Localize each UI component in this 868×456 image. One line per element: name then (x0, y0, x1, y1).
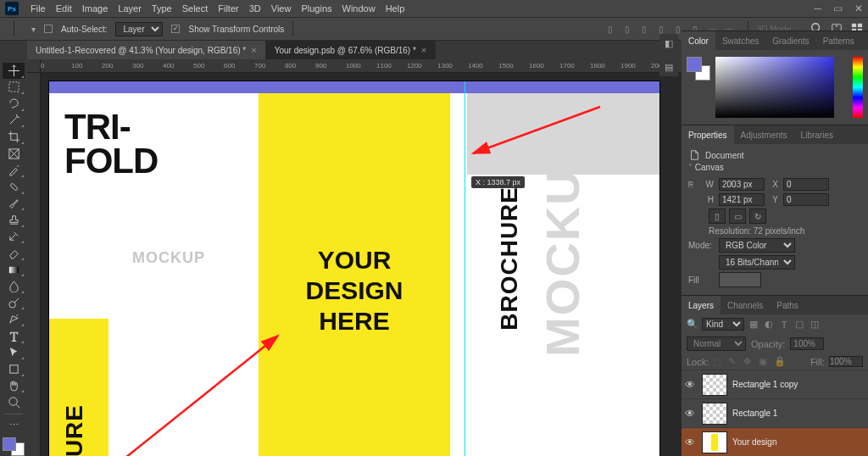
layer-item[interactable]: 👁Rectangle 1 (682, 398, 868, 427)
gradient-tool[interactable] (3, 262, 25, 278)
menu-view[interactable]: View (266, 2, 297, 15)
fill-swatch[interactable] (719, 272, 761, 287)
type-tool[interactable] (3, 328, 25, 344)
filter-shape-icon[interactable]: ▢ (793, 319, 805, 331)
wand-tool[interactable] (3, 113, 25, 129)
layer-thumbnail[interactable] (702, 374, 727, 396)
height-input[interactable] (719, 193, 765, 206)
marquee-tool[interactable] (3, 80, 25, 96)
y-input[interactable] (783, 193, 829, 206)
layer-item[interactable]: 👁Your design (682, 427, 868, 456)
menu-file[interactable]: File (25, 2, 51, 15)
x-input[interactable] (783, 178, 829, 191)
panel-tab-channels[interactable]: Channels (721, 296, 770, 314)
panel-tab-swatches[interactable]: Swatches (715, 31, 765, 50)
ruler-origin[interactable] (27, 59, 41, 73)
rotate-icon[interactable]: ↻ (749, 209, 766, 224)
menu-image[interactable]: Image (77, 2, 114, 15)
panel-tab-layers[interactable]: Layers (682, 296, 721, 314)
fill-opacity-input[interactable] (829, 356, 863, 367)
stamp-tool[interactable] (3, 212, 25, 228)
align-left-icon[interactable]: ▯ (604, 22, 617, 36)
panel-tab-gradients[interactable]: Gradients (765, 31, 815, 50)
ruler-vertical[interactable] (27, 73, 41, 456)
menu-3d[interactable]: 3D (244, 2, 266, 15)
restore-icon[interactable]: ▭ (833, 3, 843, 14)
minimize-icon[interactable]: ─ (814, 3, 821, 14)
shape-tool[interactable] (3, 361, 25, 377)
close-icon[interactable]: ✕ (854, 3, 863, 14)
panel-tab-adjustments[interactable]: Adjustments (734, 125, 794, 144)
filter-smart-icon[interactable]: ◫ (809, 319, 821, 331)
align-right-icon[interactable]: ▯ (637, 22, 651, 36)
lock-position-icon[interactable]: ✥ (743, 356, 754, 367)
lock-pixels-icon[interactable]: ✎ (728, 356, 739, 367)
document-tab[interactable]: Untitled-1-Recovered @ 41.3% (Your desig… (27, 41, 266, 59)
comments-panel-icon[interactable]: ▤ (659, 58, 678, 76)
history-brush-tool[interactable] (3, 229, 25, 245)
color-swatches[interactable] (3, 437, 25, 456)
align-center-h-icon[interactable]: ▯ (620, 22, 634, 36)
layer-thumbnail[interactable] (702, 403, 727, 425)
link-dims-icon[interactable]: ⎘ (688, 180, 700, 189)
filter-pixel-icon[interactable]: ▦ (748, 319, 760, 331)
blend-mode-dropdown[interactable]: Normal (687, 336, 746, 351)
heal-tool[interactable] (3, 179, 25, 195)
history-panel-icon[interactable]: ◧ (659, 34, 678, 53)
layer-thumbnail[interactable] (702, 431, 727, 453)
edit-toolbar-icon[interactable]: ⋯ (3, 418, 25, 434)
auto-select-dropdown[interactable]: Layer (115, 22, 163, 36)
menu-layer[interactable]: Layer (113, 2, 147, 15)
hand-tool[interactable] (3, 378, 25, 394)
crop-tool[interactable] (3, 129, 25, 145)
filter-search-icon[interactable]: 🔍 (687, 319, 698, 330)
lock-lock-icon[interactable]: 🔒 (774, 356, 785, 367)
filter-adjust-icon[interactable]: ◐ (763, 319, 775, 331)
eyedropper-tool[interactable] (3, 162, 25, 178)
lock-all-icon[interactable]: ⬚ (713, 356, 724, 367)
panel-tab-libraries[interactable]: Libraries (794, 125, 840, 144)
dodge-tool[interactable] (3, 295, 25, 311)
panel-tab-properties[interactable]: Properties (682, 125, 734, 144)
layer-filter-dropdown[interactable]: Kind (702, 318, 744, 331)
menu-edit[interactable]: Edit (51, 2, 77, 15)
bit-depth-dropdown[interactable]: 16 Bits/Channel (719, 255, 795, 270)
show-transform-checkbox[interactable] (171, 25, 180, 33)
pen-tool[interactable] (3, 311, 25, 327)
visibility-icon[interactable]: 👁 (685, 379, 697, 391)
color-picker[interactable] (682, 50, 868, 125)
auto-select-checkbox[interactable] (44, 25, 53, 33)
document-tab[interactable]: Your design.psb @ 67.6% (RGB/16) *× (266, 41, 437, 59)
panel-tab-paths[interactable]: Paths (770, 296, 805, 314)
menu-filter[interactable]: Filter (213, 2, 243, 15)
opacity-input[interactable] (790, 337, 824, 350)
menu-window[interactable]: Window (337, 2, 381, 15)
filter-type-icon[interactable]: T (778, 319, 790, 331)
orient-portrait-icon[interactable]: ▯ (709, 209, 726, 224)
visibility-icon[interactable]: 👁 (685, 437, 697, 448)
canvas-section-header[interactable]: Canvas (688, 161, 861, 175)
menu-help[interactable]: Help (381, 2, 410, 15)
canvas-viewport[interactable]: TRI- FOLD MOCKUP ROCHURE YOUR DESIGN HER… (41, 73, 682, 456)
tab-close-icon[interactable]: × (421, 45, 426, 55)
menu-select[interactable]: Select (177, 2, 214, 15)
tab-close-icon[interactable]: × (251, 45, 256, 55)
layer-item[interactable]: 👁Rectangle 1 copy (682, 370, 868, 398)
zoom-tool[interactable] (3, 394, 25, 410)
hue-slider[interactable] (853, 57, 863, 118)
panel-tab-color[interactable]: Color (682, 31, 715, 50)
panel-tab-patterns[interactable]: Patterns (816, 31, 861, 50)
frame-tool[interactable] (3, 146, 25, 162)
width-input[interactable] (719, 178, 765, 191)
eraser-tool[interactable] (3, 245, 25, 261)
color-mode-dropdown[interactable]: RGB Color (719, 238, 795, 253)
ruler-horizontal[interactable]: 0100200300400500600700800900100011001200… (41, 59, 682, 73)
guide-line[interactable] (465, 81, 465, 456)
move-tool[interactable] (3, 63, 25, 79)
orient-landscape-icon[interactable]: ▭ (729, 209, 746, 224)
menu-plugins[interactable]: Plugins (296, 2, 337, 15)
lock-artboard-icon[interactable]: ▣ (759, 356, 770, 367)
menu-type[interactable]: Type (147, 2, 177, 15)
artboard[interactable]: TRI- FOLD MOCKUP ROCHURE YOUR DESIGN HER… (49, 81, 659, 456)
path-select-tool[interactable] (3, 345, 25, 361)
